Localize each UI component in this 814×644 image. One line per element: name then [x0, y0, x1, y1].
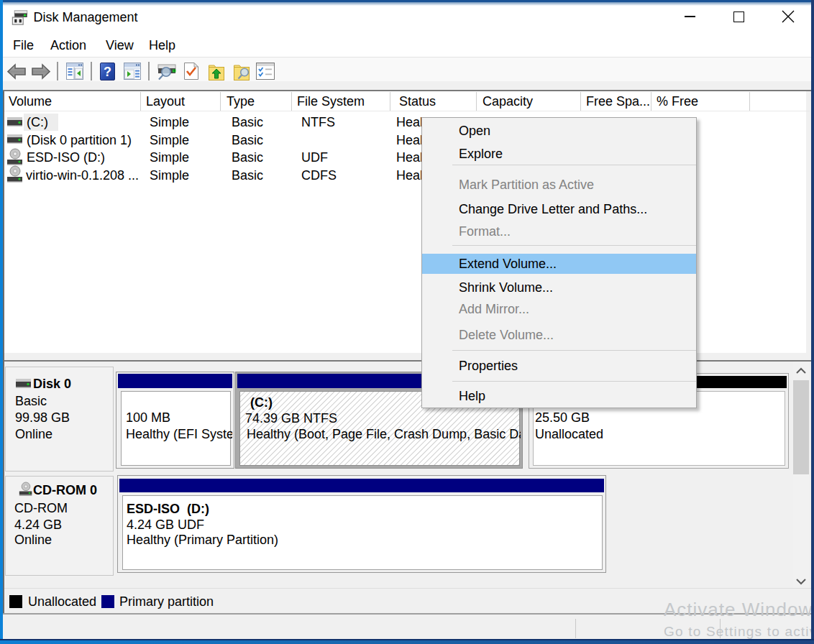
svg-text:?: ? [104, 65, 111, 79]
